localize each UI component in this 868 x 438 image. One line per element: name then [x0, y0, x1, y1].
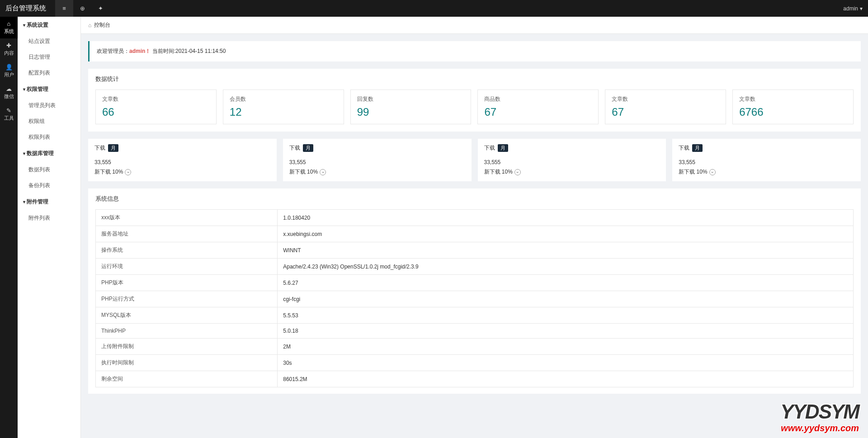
stat-label: 文章数: [102, 95, 210, 103]
app-title: 后台管理系统: [5, 4, 46, 13]
download-head: 下载月: [289, 144, 465, 152]
sidebar-item[interactable]: 附件列表: [18, 210, 80, 226]
download-card: 下载月33,555新下载 10% ⌣: [88, 139, 277, 181]
nav-rail-item[interactable]: ✎工具: [0, 104, 18, 125]
sysinfo-key: 操作系统: [96, 242, 278, 259]
download-title: 下载: [94, 144, 105, 152]
home-icon: ⌂: [88, 22, 91, 28]
sysinfo-key: xxx版本: [96, 210, 278, 226]
download-title: 下载: [679, 144, 689, 152]
stat-card: 商品数67: [477, 89, 599, 124]
nav-rail-item[interactable]: ⌂系统: [0, 17, 18, 38]
sysinfo-key: 运行环境: [96, 259, 278, 275]
table-row: ThinkPHP5.0.18: [96, 324, 854, 339]
sidebar-group-title[interactable]: 数据库管理: [18, 145, 80, 162]
welcome-admin: admin！: [129, 48, 151, 54]
table-row: 操作系统WINNT: [96, 242, 854, 259]
download-sub: 新下载 10% ⌣: [679, 168, 854, 176]
sysinfo-value: 2M: [278, 339, 854, 355]
sidebar-item[interactable]: 备份列表: [18, 178, 80, 193]
welcome-time: 2021-04-15 11:14:50: [175, 48, 226, 54]
download-number: 33,555: [679, 159, 854, 165]
download-badge: 月: [108, 144, 118, 152]
downloads-grid: 下载月33,555新下载 10% ⌣下载月33,555新下载 10% ⌣下载月3…: [88, 139, 861, 181]
stat-value: 67: [612, 106, 719, 118]
sidebar-group-title[interactable]: 附件管理: [18, 193, 80, 210]
sysinfo-key: MYSQL版本: [96, 307, 278, 324]
download-number: 33,555: [94, 159, 270, 165]
stat-card: 会员数12: [223, 89, 344, 124]
nav-icon: ☁: [6, 85, 12, 92]
stat-value: 66: [102, 106, 210, 118]
sysinfo-key: ThinkPHP: [96, 324, 278, 339]
smiley-icon: ⌣: [709, 169, 716, 175]
nav-icon: 👤: [5, 64, 13, 71]
globe-icon[interactable]: ⊕: [73, 0, 91, 17]
stat-label: 回复数: [357, 95, 465, 103]
smiley-icon: ⌣: [320, 169, 326, 175]
chevron-down-icon: ▾: [860, 5, 863, 12]
stats-section: 数据统计 文章数66会员数12回复数99商品数67文章数67文章数6766: [88, 69, 861, 132]
nav-label: 工具: [4, 115, 14, 122]
download-sub: 新下载 10% ⌣: [289, 168, 465, 176]
download-title: 下载: [289, 144, 300, 152]
stat-value: 67: [484, 106, 592, 118]
download-card: 下载月33,555新下载 10% ⌣: [672, 139, 861, 181]
sysinfo-value: 5.6.27: [278, 275, 854, 291]
sysinfo-key: PHP版本: [96, 275, 278, 291]
stat-value: 99: [357, 106, 465, 118]
sidebar-group-title[interactable]: 系统设置: [18, 17, 80, 33]
sidebar-item[interactable]: 数据列表: [18, 162, 80, 178]
stat-value: 12: [230, 106, 337, 118]
sidebar-group-title[interactable]: 权限管理: [18, 81, 80, 98]
sidebar-item[interactable]: 日志管理: [18, 49, 80, 65]
sysinfo-value: 86015.2M: [278, 371, 854, 387]
table-row: xxx版本1.0.180420: [96, 210, 854, 226]
nav-rail: ⌂系统✚内容👤用户☁微信✎工具: [0, 17, 18, 438]
sidebar-item[interactable]: 权限组: [18, 113, 80, 129]
download-sub: 新下载 10% ⌣: [484, 168, 660, 176]
sysinfo-value: Apache/2.4.23 (Win32) OpenSSL/1.0.2j mod…: [278, 259, 854, 275]
download-card: 下载月33,555新下载 10% ⌣: [478, 139, 666, 181]
stat-value: 6766: [739, 106, 847, 118]
stat-card: 文章数66: [95, 89, 217, 124]
content-area: ⌂ 控制台 欢迎管理员：admin！ 当前时间:2021-04-15 11:14…: [81, 17, 868, 438]
table-row: 剩余空间86015.2M: [96, 371, 854, 387]
download-head: 下载月: [94, 144, 270, 152]
sidebar-item[interactable]: 站点设置: [18, 33, 80, 49]
nav-label: 用户: [4, 71, 14, 78]
sysinfo-key: PHP运行方式: [96, 291, 278, 307]
nav-label: 系统: [4, 28, 14, 35]
brush-icon[interactable]: ✦: [91, 0, 109, 17]
download-number: 33,555: [289, 159, 465, 165]
nav-label: 内容: [4, 50, 14, 57]
nav-icon: ✎: [6, 107, 11, 114]
menu-toggle-icon[interactable]: ≡: [55, 0, 73, 17]
table-row: 上传附件限制2M: [96, 339, 854, 355]
sysinfo-table: xxx版本1.0.180420服务器地址x.xuebingsi.com操作系统W…: [95, 209, 854, 387]
download-sub: 新下载 10% ⌣: [94, 168, 270, 176]
table-row: PHP版本5.6.27: [96, 275, 854, 291]
smiley-icon: ⌣: [125, 169, 131, 175]
download-badge: 月: [303, 144, 313, 152]
nav-rail-item[interactable]: ☁微信: [0, 82, 18, 104]
welcome-time-label: 当前时间:: [152, 48, 175, 54]
sidebar-item[interactable]: 配置列表: [18, 65, 80, 81]
user-menu[interactable]: admin ▾: [843, 5, 863, 12]
nav-rail-item[interactable]: ✚内容: [0, 38, 18, 60]
download-badge: 月: [498, 144, 508, 152]
nav-icon: ⌂: [7, 20, 11, 27]
topbar-icons: ≡ ⊕ ✦: [55, 0, 109, 17]
sysinfo-value: 30s: [278, 355, 854, 371]
sysinfo-value: cgi-fcgi: [278, 291, 854, 307]
stat-card: 回复数99: [350, 89, 472, 124]
sysinfo-key: 服务器地址: [96, 226, 278, 242]
sysinfo-title: 系统信息: [95, 195, 854, 203]
sysinfo-key: 上传附件限制: [96, 339, 278, 355]
sub-sidebar: 系统设置站点设置日志管理配置列表权限管理管理员列表权限组权限列表数据库管理数据列…: [18, 17, 81, 438]
nav-rail-item[interactable]: 👤用户: [0, 60, 18, 82]
sidebar-item[interactable]: 权限列表: [18, 129, 80, 145]
sidebar-item[interactable]: 管理员列表: [18, 98, 80, 113]
table-row: MYSQL版本5.5.53: [96, 307, 854, 324]
download-title: 下载: [484, 144, 495, 152]
